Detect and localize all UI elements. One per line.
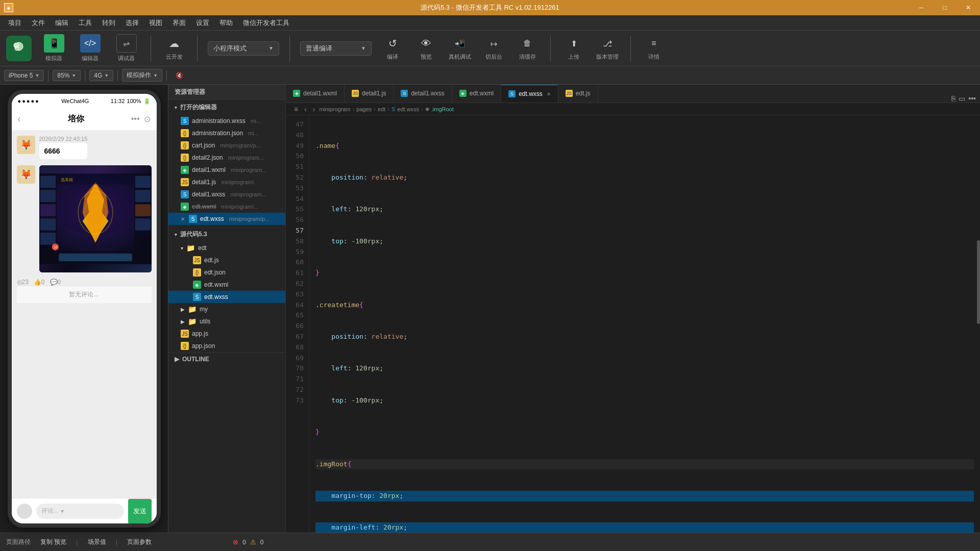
avatar: 🦊 bbox=[17, 136, 35, 154]
maximize-button[interactable]: □ bbox=[933, 0, 957, 15]
list-item[interactable]: {} edt.json bbox=[168, 266, 285, 279]
code-area[interactable]: 47 48 49 50 51 52 53 54 55 56 57 58 59 6… bbox=[286, 115, 980, 533]
toolbar-sep-4 bbox=[550, 36, 551, 61]
detail-button[interactable]: ≡ 详情 bbox=[641, 36, 667, 61]
toolbar-sep-2 bbox=[197, 36, 198, 61]
list-item[interactable]: ◈ detail1.wxml miniprogram... bbox=[168, 164, 285, 176]
menu-goto[interactable]: 转到 bbox=[98, 16, 119, 30]
phone-chat[interactable]: 🦊 2020/2/29 22:43:15 6666 🦊 bbox=[12, 131, 157, 498]
code-line-47: .name{ bbox=[315, 141, 974, 152]
real-debug-button[interactable]: 📲 真机调试 bbox=[447, 36, 473, 61]
nav-back-button[interactable]: ‹ bbox=[302, 105, 309, 113]
code-line-54: left: 120rpx; bbox=[315, 363, 974, 374]
outline-section[interactable]: ▶ OUTLINE bbox=[168, 352, 285, 366]
phone-time: 11:32 bbox=[111, 98, 125, 104]
scale-selector[interactable]: 85% ▼ bbox=[53, 70, 81, 81]
cache-button[interactable]: 🗑 清缓存 bbox=[514, 36, 540, 61]
list-item[interactable]: {} administration.json mi... bbox=[168, 127, 285, 139]
nav-list-button[interactable]: ≡ bbox=[292, 105, 300, 113]
network-selector[interactable]: 4G ▼ bbox=[89, 70, 113, 81]
upload-button[interactable]: ⬆ 上传 bbox=[561, 36, 586, 61]
copy-preview-button[interactable]: 复制 预览 bbox=[35, 536, 72, 548]
version-button[interactable]: ⎇ 版本管理 bbox=[595, 36, 620, 61]
menu-select[interactable]: 选择 bbox=[121, 16, 143, 30]
list-item[interactable]: S administration.wxss mi... bbox=[168, 115, 285, 127]
list-item[interactable]: ◈ edt.wxml bbox=[168, 279, 285, 291]
list-item[interactable]: {} app.json bbox=[168, 340, 285, 352]
volume-button[interactable]: 🔇 bbox=[171, 70, 188, 81]
list-item[interactable]: JS edt.js bbox=[168, 254, 285, 266]
wxml-icon: ◈ bbox=[181, 203, 189, 211]
menu-interface[interactable]: 界面 bbox=[168, 16, 190, 30]
error-area: ⊗ ⊗ 0 0 ⚠ 0 bbox=[233, 538, 263, 546]
menu-file[interactable]: 文件 bbox=[28, 16, 49, 30]
code-editor[interactable]: .name{ position: relative; left: 120rpx;… bbox=[309, 115, 980, 533]
vertical-scrollbar[interactable] bbox=[976, 115, 980, 533]
tab-detail1-js[interactable]: JS detail1.js bbox=[345, 85, 394, 103]
send-button[interactable]: 发送 bbox=[128, 498, 152, 524]
comment-input[interactable]: 评论... ▾ bbox=[36, 504, 124, 519]
scene-value-button[interactable]: 场景值 bbox=[82, 536, 112, 548]
menu-view[interactable]: 视图 bbox=[145, 16, 166, 30]
more-buttons[interactable]: ••• ⊙ bbox=[131, 114, 151, 124]
open-editors-section[interactable]: ▾ 打开的编辑器 bbox=[168, 100, 285, 115]
split-editor-button[interactable]: ⎘ bbox=[951, 94, 955, 103]
folder-item-utils[interactable]: ▶ 📁 utils bbox=[168, 315, 285, 328]
debugger-button[interactable]: ⇌ 调试器 bbox=[112, 34, 140, 62]
list-item[interactable]: JS app.js bbox=[168, 328, 285, 340]
editor-button[interactable]: </> 编辑器 bbox=[76, 34, 104, 62]
list-item[interactable]: {} detail2.json miniprogram... bbox=[168, 152, 285, 164]
breadcrumb-sep-1: › bbox=[353, 106, 355, 112]
list-item[interactable]: {} cart.json miniprogram/p... bbox=[168, 139, 285, 152]
scrollbar-thumb[interactable] bbox=[977, 240, 980, 324]
build-button[interactable]: ↺ 编译 bbox=[380, 36, 405, 61]
operation-button[interactable]: 模拟操作 ▼ bbox=[122, 69, 162, 82]
tab-detail1-wxss[interactable]: S detail1.wxss bbox=[394, 85, 452, 103]
source-arrow: ▾ bbox=[175, 232, 177, 237]
list-item[interactable]: S detail1.wxss miniprogram... bbox=[168, 188, 285, 201]
tab-edt-wxml[interactable]: ◈ edt.wxml bbox=[452, 85, 501, 103]
mode-dropdown[interactable]: 小程序模式 ▼ bbox=[208, 41, 279, 56]
menu-wechat-devtools[interactable]: 微信开发者工具 bbox=[239, 16, 293, 30]
folder-item-edt[interactable]: ▾ 📁 edt bbox=[168, 242, 285, 254]
list-item[interactable]: S edt.wxss bbox=[168, 291, 285, 303]
close-button[interactable]: ✕ bbox=[957, 0, 980, 15]
app-logo bbox=[6, 36, 32, 61]
compile-dropdown[interactable]: 普通编译 ▼ bbox=[300, 41, 372, 56]
cloud-button[interactable]: ☁ 云开发 bbox=[161, 36, 187, 61]
device-selector[interactable]: iPhone 5 ▼ bbox=[4, 70, 44, 81]
split-horizontal-button[interactable]: ▭ bbox=[959, 94, 965, 103]
source-section[interactable]: ▾ 源代码5.3 bbox=[168, 227, 285, 242]
minimize-button[interactable]: ─ bbox=[910, 0, 933, 15]
more-tabs-button[interactable]: ••• bbox=[968, 94, 976, 103]
menu-help[interactable]: 帮助 bbox=[215, 16, 237, 30]
wxss-icon: S bbox=[193, 293, 201, 301]
code-line-57: .imgRoot{ bbox=[315, 459, 974, 470]
list-item[interactable]: JS detail1.js miniprogram\ bbox=[168, 176, 285, 188]
back-button[interactable]: ↦ 切后台 bbox=[481, 36, 506, 61]
menu-edit[interactable]: 编辑 bbox=[51, 16, 72, 30]
signal-dots: ●●●●● bbox=[18, 98, 40, 104]
status-right: 11:32 100% 🔋 bbox=[111, 98, 151, 105]
page-params-button[interactable]: 页面参数 bbox=[121, 536, 157, 548]
file-explorer: 资源管理器 ▾ 打开的编辑器 S administration.wxss mi.… bbox=[168, 85, 286, 533]
svg-text:16: 16 bbox=[53, 245, 57, 249]
svg-rect-14 bbox=[40, 218, 55, 231]
list-item[interactable]: ✕ S edt.wxss miniprogram/p... bbox=[168, 213, 285, 225]
nav-forward-button[interactable]: › bbox=[311, 105, 317, 113]
compile-dropdown-arrow: ▼ bbox=[361, 45, 366, 51]
chat-image: 选英雄 16 bbox=[39, 165, 152, 272]
window-title: 源代码5.3 - 微信开发者工具 RC v1.02.1912261 bbox=[421, 3, 559, 12]
code-line-48: position: relative; bbox=[315, 172, 974, 183]
preview-button[interactable]: 👁 预览 bbox=[413, 36, 439, 61]
simulator-button[interactable]: 📱 模拟器 bbox=[40, 34, 68, 62]
menu-project[interactable]: 项目 bbox=[4, 16, 26, 30]
folder-item-my[interactable]: ▶ 📁 my bbox=[168, 303, 285, 315]
menu-tools[interactable]: 工具 bbox=[75, 16, 96, 30]
tab-close-button[interactable]: ✕ bbox=[547, 91, 551, 97]
list-item[interactable]: ◈ edt.wxml miniprogram\... bbox=[168, 201, 285, 213]
tab-edt-js[interactable]: JS edt.js bbox=[558, 85, 598, 103]
tab-detail1-wxml[interactable]: ◈ detail1.wxml bbox=[286, 85, 345, 103]
tab-edt-wxss[interactable]: S edt.wxss ✕ bbox=[501, 85, 558, 103]
menu-settings[interactable]: 设置 bbox=[192, 16, 213, 30]
